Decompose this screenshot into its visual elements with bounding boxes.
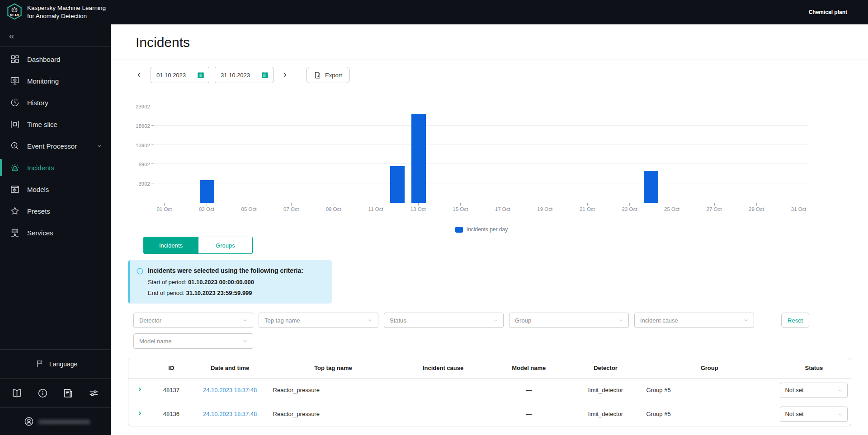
filter-top-tag-name[interactable]: Top tag name	[259, 313, 378, 328]
date-from-value: 01.10.2023	[156, 72, 194, 79]
table-row: 48137 24.10.2023 18:37:48 Reactor_pressu…	[128, 378, 851, 402]
sidebar-item-label: Incidents	[27, 164, 54, 172]
x-tick-mark	[672, 203, 672, 206]
x-tick-label: 15 Oct	[453, 206, 468, 212]
export-button[interactable]: Export	[306, 67, 350, 83]
title-divider	[111, 60, 868, 60]
language-button[interactable]: Language	[0, 349, 111, 378]
date-to-input[interactable]: 31.10.2023	[215, 67, 274, 83]
settings-sliders-icon[interactable]	[88, 388, 99, 399]
cell-incident-cause	[398, 402, 488, 426]
status-select[interactable]: Not set	[780, 407, 848, 422]
x-tick-mark	[207, 203, 207, 206]
x-tick-mark	[587, 203, 588, 206]
filter-model-name[interactable]: Model name	[133, 333, 253, 349]
sidebar-item-incidents[interactable]: Incidents	[0, 157, 111, 178]
app-title: Kaspersky Machine Learning for Anomaly D…	[27, 4, 106, 20]
y-gridline	[154, 145, 809, 145]
top-bar: MLAD Kaspersky Machine Learning for Anom…	[0, 0, 868, 24]
y-tick-label: 3902	[123, 181, 150, 187]
period-controls: 01.10.2023 31.10.2023	[133, 67, 868, 83]
chart-bar	[390, 166, 405, 203]
cell-detector: limit_detector	[570, 402, 642, 426]
plant-name-label: Chemical plant	[809, 9, 868, 15]
column-header-group: Group	[642, 358, 777, 378]
tab-incidents[interactable]: Incidents	[144, 237, 198, 253]
row-expand-chevron-icon[interactable]	[136, 410, 143, 417]
chevron-down-icon	[242, 338, 248, 344]
filter-status[interactable]: Status	[384, 313, 504, 328]
time-slice-icon	[10, 119, 21, 130]
sidebar-utility-icons	[0, 378, 111, 407]
sidebar-item-event-processor[interactable]: Event Processor	[0, 135, 111, 157]
previous-period-button[interactable]	[133, 69, 145, 81]
chart-plot: 39028902139021890223902	[154, 107, 809, 203]
language-label: Language	[49, 360, 77, 368]
table-row: 48136 24.10.2023 18:37:48 Reactor_pressu…	[128, 402, 851, 426]
x-tick-label: 07 Oct	[283, 206, 299, 212]
next-period-button[interactable]	[279, 69, 291, 81]
x-tick-label: 13 Oct	[410, 206, 426, 212]
x-tick-mark	[756, 203, 757, 206]
cell-group: Group #5	[642, 402, 777, 426]
x-tick-label: 17 Oct	[495, 206, 510, 212]
sidebar-item-models[interactable]: Models	[0, 178, 111, 200]
sidebar-item-label: Presets	[27, 207, 50, 215]
x-tick-mark	[418, 203, 419, 206]
column-header-id: ID	[151, 358, 192, 378]
sidebar-item-dashboard[interactable]: Dashboard	[0, 48, 111, 70]
criteria-info-box: Incidents were selected using the follow…	[128, 260, 332, 304]
user-account-row[interactable]: ●●●●●●●●●●●●	[0, 407, 111, 435]
x-tick-mark	[629, 203, 630, 206]
page-title: Incidents	[111, 24, 868, 51]
criteria-title: Incidents were selected using the follow…	[148, 267, 303, 274]
info-icon[interactable]	[37, 388, 48, 399]
x-tick-label: 01 Oct	[156, 206, 172, 212]
calendar-icon[interactable]	[197, 71, 205, 79]
incidents-chart: 39028902139021890223902	[111, 107, 868, 203]
x-tick-mark	[460, 203, 461, 206]
reset-button[interactable]: Reset	[781, 313, 809, 328]
date-from-input[interactable]: 01.10.2023	[151, 67, 209, 83]
chart-bar	[644, 171, 658, 203]
filter-incident-cause[interactable]: Incident cause	[634, 313, 754, 328]
status-select[interactable]: Not set	[780, 383, 848, 398]
chevron-down-icon	[242, 317, 248, 323]
sidebar: « Dashboard Monitoring	[0, 24, 111, 435]
row-expand-chevron-icon[interactable]	[136, 386, 143, 393]
sidebar-collapse-button[interactable]: «	[9, 30, 22, 41]
sidebar-item-time-slice[interactable]: Time slice	[0, 113, 111, 135]
incident-datetime-link[interactable]: 24.10.2023 18:37:48	[203, 411, 257, 417]
sidebar-item-label: Event Processor	[27, 142, 77, 150]
flag-icon	[35, 359, 45, 369]
cell-top-tag: Reactor_pressure	[269, 378, 398, 402]
sidebar-item-services[interactable]: Services	[0, 222, 111, 243]
monitoring-icon	[10, 75, 21, 86]
sidebar-item-monitoring[interactable]: Monitoring	[0, 70, 111, 92]
y-tick-mark	[151, 106, 154, 106]
news-document-icon[interactable]	[62, 388, 74, 399]
sidebar-item-presets[interactable]: Presets	[0, 200, 111, 222]
tab-groups[interactable]: Groups	[198, 237, 252, 253]
calendar-icon[interactable]	[261, 71, 269, 79]
filter-group[interactable]: Group	[509, 313, 629, 328]
active-indicator	[0, 159, 2, 176]
chevron-down-icon	[96, 143, 103, 149]
chevron-down-icon	[492, 317, 499, 323]
filter-detector[interactable]: Detector	[133, 313, 253, 328]
sidebar-item-history[interactable]: History	[0, 92, 111, 113]
chart-legend: Incidents per day	[154, 226, 809, 233]
sidebar-item-label: Dashboard	[27, 56, 60, 63]
x-tick-label: 03 Oct	[199, 206, 214, 212]
y-tick-label: 23902	[123, 104, 150, 109]
sidebar-item-label: Services	[27, 229, 53, 237]
y-gridline	[154, 125, 809, 126]
column-header-model-name: Model name	[488, 358, 570, 378]
chevron-down-icon	[837, 411, 844, 417]
table-header-row: ID Date and time Top tag name Incident c…	[128, 358, 851, 378]
incident-datetime-link[interactable]: 24.10.2023 18:37:48	[203, 387, 257, 393]
sidebar-item-label: History	[27, 99, 48, 107]
cell-incident-cause	[398, 378, 488, 402]
help-book-icon[interactable]	[11, 388, 23, 399]
mlad-logo-icon: MLAD	[6, 3, 23, 21]
